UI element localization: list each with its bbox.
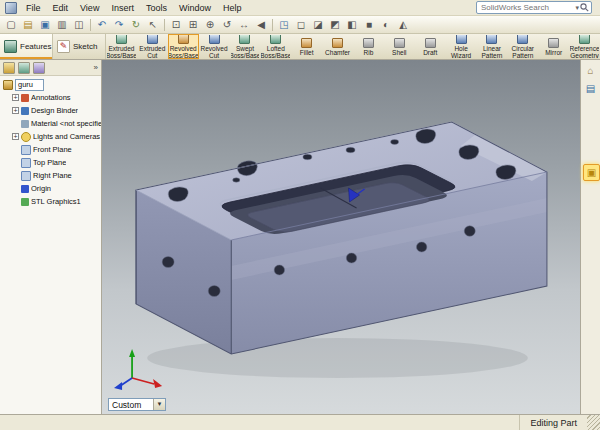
search-input[interactable]	[479, 2, 574, 13]
annotations-icon	[21, 94, 29, 102]
feature-manager-panel: » guru + Annotations + Design Binder	[0, 60, 102, 414]
features-tab-label: Features	[20, 42, 52, 51]
standard-toolbar: ▢ ▤ ▣ ▥ ◫ ↶ ↷ ↻ ↖ ⊡ ⊞ ⊕ ↺ ↔ ◀ ◳ ◻ ◪ ◩ ◧ …	[0, 16, 600, 34]
draft-button[interactable]: Draft	[415, 34, 446, 59]
zoom-fit-icon[interactable]: ⊡	[168, 17, 184, 32]
rebuild-icon[interactable]: ↻	[128, 17, 144, 32]
undo-icon[interactable]: ↶	[94, 17, 110, 32]
linear-pattern-button[interactable]: Linear Pattern	[477, 34, 508, 59]
hole-wizard-button[interactable]: Hole Wizard	[446, 34, 477, 59]
section-view-icon[interactable]: ◭	[395, 17, 411, 32]
triad-x-axis	[153, 379, 162, 388]
hidden-lines-removed-icon[interactable]: ◩	[327, 17, 343, 32]
hidden-lines-visible-icon[interactable]: ◪	[310, 17, 326, 32]
featuremanager-tab-icon[interactable]	[3, 62, 15, 74]
menu-edit[interactable]: Edit	[47, 2, 75, 14]
extruded-cut-button[interactable]: Extruded Cut	[137, 34, 168, 59]
tree-item-part-root[interactable]: guru	[0, 78, 101, 91]
standard-views-icon[interactable]: ◳	[276, 17, 292, 32]
panel-collapse-icon[interactable]: »	[94, 63, 98, 72]
save-icon[interactable]: ▣	[37, 17, 53, 32]
panel-tabs: »	[0, 60, 101, 76]
menu-tools[interactable]: Tools	[140, 2, 173, 14]
circular-pattern-button[interactable]: Circular Pattern	[507, 34, 538, 59]
search-icon[interactable]	[580, 3, 589, 12]
chamfer-icon	[332, 38, 343, 48]
feature-tree: guru + Annotations + Design Binder Mater…	[0, 76, 101, 414]
rotate-view-icon[interactable]: ↺	[219, 17, 235, 32]
print-icon[interactable]: ▥	[54, 17, 70, 32]
menu-bar: File Edit View Insert Tools Window Help …	[0, 0, 600, 16]
reference-geometry-button[interactable]: Reference Geometry	[569, 34, 600, 59]
design-binder-icon	[21, 107, 29, 115]
design-library-icon[interactable]: ▣	[583, 164, 600, 181]
file-explorer-icon[interactable]: ▤	[583, 81, 598, 96]
pan-icon[interactable]: ↔	[236, 17, 252, 32]
tree-item-annotations[interactable]: + Annotations	[0, 91, 101, 104]
lofted-boss-base-icon	[270, 34, 281, 44]
triad-y-axis	[129, 349, 135, 357]
sketch-tab-icon: ✎	[57, 40, 70, 53]
configuration-selector[interactable]: Custom ▼	[108, 398, 166, 411]
wireframe-icon[interactable]: ◻	[293, 17, 309, 32]
extruded-cut-icon	[147, 34, 158, 44]
fillet-icon	[301, 38, 312, 48]
solidworks-resources-icon[interactable]: ⌂	[583, 63, 598, 78]
revolved-boss-base-button[interactable]: Revolved Boss/Base	[168, 34, 199, 59]
new-icon[interactable]: ▢	[3, 17, 19, 32]
mirror-button[interactable]: Mirror	[538, 34, 569, 59]
zoom-in-out-icon[interactable]: ⊕	[202, 17, 218, 32]
shaded-icon[interactable]: ■	[361, 17, 377, 32]
triad-z-axis	[114, 382, 122, 390]
menu-window[interactable]: Window	[173, 2, 217, 14]
redo-icon[interactable]: ↷	[111, 17, 127, 32]
shadows-icon[interactable]: ◐	[378, 17, 394, 32]
origin-icon	[21, 185, 29, 193]
menu-help[interactable]: Help	[217, 2, 248, 14]
tree-item-stl-graphics[interactable]: STL Graphics1	[0, 195, 101, 208]
propertymanager-tab-icon[interactable]	[18, 62, 30, 74]
revolved-cut-button[interactable]: Revolved Cut	[199, 34, 230, 59]
tree-item-front-plane[interactable]: Front Plane	[0, 143, 101, 156]
model-3d[interactable]	[102, 60, 580, 414]
circular-pattern-icon	[517, 34, 528, 44]
expand-icon[interactable]: +	[12, 94, 19, 101]
fillet-button[interactable]: Fillet	[291, 34, 322, 59]
tree-item-lights-and-cameras[interactable]: + Lights and Cameras	[0, 130, 101, 143]
chevron-down-icon[interactable]: ▼	[153, 399, 165, 410]
tab-features[interactable]: Features	[0, 34, 53, 59]
select-icon[interactable]: ↖	[145, 17, 161, 32]
print-preview-icon[interactable]: ◫	[71, 17, 87, 32]
tree-item-origin[interactable]: Origin	[0, 182, 101, 195]
configurationmanager-tab-icon[interactable]	[33, 62, 45, 74]
graphics-viewport[interactable]: Custom ▼	[102, 60, 580, 414]
tree-item-right-plane[interactable]: Right Plane	[0, 169, 101, 182]
tree-item-material[interactable]: Material <not specified>	[0, 117, 101, 130]
main-area: » guru + Annotations + Design Binder	[0, 60, 600, 414]
tree-item-design-binder[interactable]: + Design Binder	[0, 104, 101, 117]
menu-insert[interactable]: Insert	[105, 2, 140, 14]
app-icon	[5, 2, 17, 14]
tab-sketch[interactable]: ✎ Sketch	[53, 34, 106, 59]
previous-view-icon[interactable]: ◀	[253, 17, 269, 32]
menu-file[interactable]: File	[20, 2, 47, 14]
chamfer-button[interactable]: Chamfer	[322, 34, 353, 59]
resize-grip[interactable]	[587, 415, 600, 430]
extruded-boss-base-icon	[116, 34, 127, 44]
zoom-area-icon[interactable]: ⊞	[185, 17, 201, 32]
lofted-boss-base-button[interactable]: Lofted Boss/Base	[260, 34, 291, 59]
toolbar-separator	[164, 19, 165, 31]
editing-mode-label: Editing Part	[519, 415, 587, 430]
tree-item-top-plane[interactable]: Top Plane	[0, 156, 101, 169]
reference-geometry-icon	[579, 34, 590, 44]
menu-view[interactable]: View	[74, 2, 105, 14]
swept-boss-base-button[interactable]: Swept Boss/Base	[230, 34, 261, 59]
extruded-boss-base-button[interactable]: Extruded Boss/Base	[106, 34, 137, 59]
open-icon[interactable]: ▤	[20, 17, 36, 32]
rib-button[interactable]: Rib	[353, 34, 384, 59]
expand-icon[interactable]: +	[12, 107, 19, 114]
expand-icon[interactable]: +	[12, 133, 19, 140]
shaded-with-edges-icon[interactable]: ◧	[344, 17, 360, 32]
mold-plate	[136, 122, 547, 354]
shell-button[interactable]: Shell	[384, 34, 415, 59]
